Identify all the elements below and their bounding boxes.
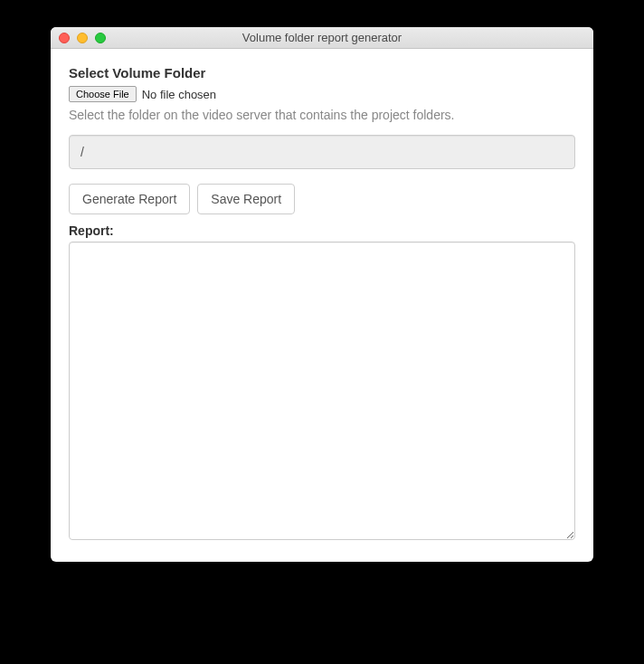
window-title: Volume folder report generator [51, 31, 593, 44]
file-chooser-row: Choose File No file chosen [69, 86, 575, 102]
minimize-icon[interactable] [77, 33, 88, 43]
maximize-icon[interactable] [95, 33, 106, 43]
choose-file-button[interactable]: Choose File [69, 86, 137, 102]
section-heading: Select Volume Folder [69, 65, 575, 81]
report-textarea[interactable] [69, 242, 575, 540]
traffic-lights [51, 33, 106, 43]
close-icon[interactable] [59, 33, 70, 43]
helper-text: Select the folder on the video server th… [69, 108, 575, 122]
file-status-text: No file chosen [142, 88, 216, 101]
generate-report-button[interactable]: Generate Report [69, 184, 190, 214]
report-label: Report: [69, 223, 575, 238]
app-window: Volume folder report generator Select Vo… [51, 27, 593, 562]
folder-path-input[interactable] [69, 135, 575, 169]
content-area: Select Volume Folder Choose File No file… [51, 49, 593, 562]
button-row: Generate Report Save Report [69, 184, 575, 214]
save-report-button[interactable]: Save Report [197, 184, 295, 214]
titlebar: Volume folder report generator [51, 27, 593, 49]
